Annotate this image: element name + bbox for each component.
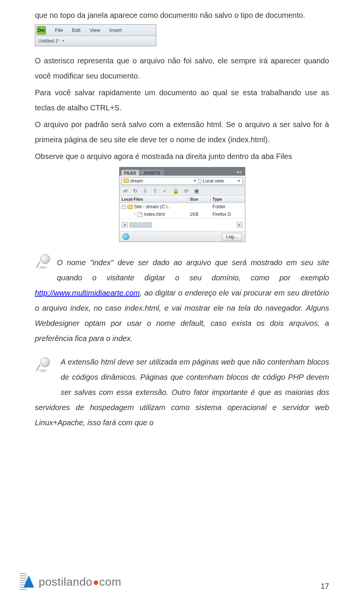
site-select-value: dream: [130, 178, 143, 184]
panel-selects-row: dream ▼ Local view ▼: [119, 176, 245, 186]
expand-icon: ▣: [194, 188, 199, 194]
cell-name: index.html: [144, 212, 165, 217]
page-number: 17: [321, 582, 329, 591]
panel-toolbar: ⇄ ↻ ⇩ ⇧ ✓ 🔒 ⟳ ▣: [119, 186, 245, 196]
menu-edit: Edit: [72, 27, 80, 33]
callout-text: A extensão html deve ser utilizada em pá…: [35, 354, 329, 430]
files-panel-figure: FILES ASSETS ▾≡ dream ▼ Local view ▼ ⇄ ↻…: [119, 167, 245, 242]
app-badge-icon: Dw: [37, 26, 46, 35]
menubar-row: Dw File Edit View Insert: [35, 25, 156, 36]
panel-column-headers: Local Files Size Type: [119, 196, 245, 203]
logo-text: postilando com: [39, 575, 121, 588]
logo-word: postilando: [39, 575, 93, 588]
panel-tabs: FILES ASSETS ▾≡: [119, 167, 245, 176]
checkout-icon: ✓: [163, 188, 167, 194]
callout-text: O nome "index" deve ser dado ao arquivo …: [35, 255, 329, 346]
logo-dot-icon: [94, 580, 98, 585]
file-tree: − Site - dream (C:\.. Folder └ index.htm…: [119, 203, 245, 218]
menu-view: View: [89, 27, 100, 33]
scroll-thumb: [129, 222, 152, 228]
view-select: Local view ▼: [201, 177, 243, 185]
cell-name: Site - dream (C:\..: [134, 204, 170, 209]
tree-row-site: − Site - dream (C:\.. Folder: [119, 203, 245, 211]
paragraph: O asterisco representa que o arquivo não…: [35, 53, 329, 83]
pushpin-icon: [35, 253, 54, 272]
col-header-name: Local Files: [119, 196, 188, 203]
panel-menu-icon: ▾≡: [237, 170, 242, 176]
horizontal-scrollbar: ◂ ▸: [119, 218, 245, 231]
close-icon: ×: [62, 38, 64, 44]
sync-icon: ⟳: [184, 188, 189, 194]
callout-note: O nome "index" deve ser dado ao arquivo …: [35, 255, 329, 346]
col-header-size: Size: [188, 196, 210, 203]
document-tab-row: Untitled-1* ×: [35, 36, 156, 46]
postilando-logo: postilando com: [20, 573, 121, 591]
cell-size: 1KB: [188, 212, 210, 217]
put-icon: ⇧: [153, 188, 157, 194]
tab-files: FILES: [121, 170, 140, 176]
callout-note: A extensão html deve ser utilizada em pá…: [35, 354, 329, 430]
paragraph: Para você salvar rapidamente um document…: [35, 85, 329, 115]
text: O arquivo por padrão será salvo com a ex…: [35, 120, 329, 144]
cell-type: Folder: [210, 204, 245, 209]
checkin-icon: 🔒: [173, 188, 179, 194]
pushpin-icon: [35, 357, 54, 376]
caret-down-icon: ▼: [237, 179, 241, 183]
globe-icon: [122, 233, 129, 240]
tab-assets: ASSETS: [140, 170, 164, 176]
file-icon: [138, 212, 143, 217]
panel-footer: Log...: [119, 231, 245, 242]
cell-type: Firefox D: [210, 212, 245, 217]
caret-down-icon: ▼: [193, 179, 197, 183]
log-button: Log...: [222, 233, 242, 240]
collapse-icon: −: [122, 205, 126, 209]
site-select: dream ▼: [122, 177, 199, 185]
folder-icon: [127, 205, 133, 209]
connect-icon: ⇄: [123, 188, 128, 194]
col-header-type: Type: [210, 196, 245, 203]
get-icon: ⇩: [143, 188, 147, 194]
dreamweaver-menubar-figure: Dw File Edit View Insert Untitled-1* ×: [35, 24, 156, 46]
refresh-icon: ↻: [133, 188, 138, 194]
menu-file: File: [55, 27, 63, 33]
scroll-right-icon: ▸: [237, 222, 243, 228]
logo-mark-icon: [20, 573, 36, 591]
paragraph: Observe que o arquivo agora é mostrada n…: [35, 149, 329, 164]
scroll-left-icon: ◂: [122, 222, 128, 228]
logo-word: com: [99, 575, 121, 588]
text: Para você salvar rapidamente um document…: [35, 88, 329, 112]
document-tab-label: Untitled-1*: [38, 38, 60, 44]
menu-insert: Insert: [109, 27, 122, 33]
paragraph: que no topo da janela aparece como docum…: [35, 8, 329, 23]
example-url-link[interactable]: http://www.multimidiaearte.com: [35, 289, 140, 297]
paragraph: O arquivo por padrão será salvo com a ex…: [35, 117, 329, 147]
text: O nome "index" deve ser dado ao arquivo …: [57, 258, 329, 282]
folder-icon: [124, 179, 129, 183]
text: Observe que o arquivo agora é mostrada n…: [35, 152, 292, 160]
view-select-value: Local view: [203, 178, 224, 184]
tree-row-file: └ index.html 1KB Firefox D: [119, 211, 245, 218]
page-footer: postilando com 17: [20, 573, 329, 591]
